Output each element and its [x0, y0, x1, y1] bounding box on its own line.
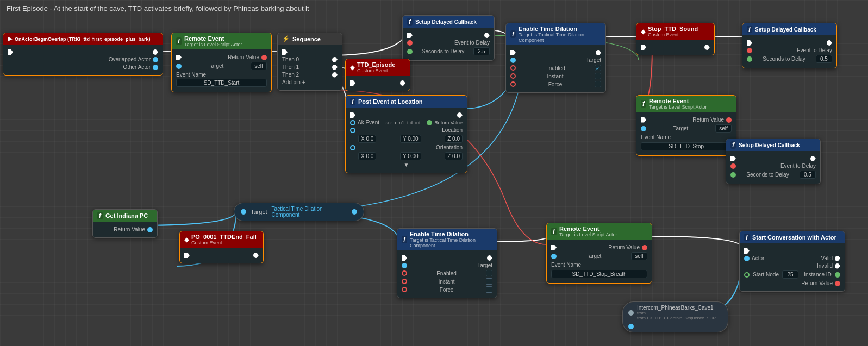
- target-value: self: [251, 62, 267, 70]
- then2-pin: [332, 72, 338, 78]
- ak-event-value: scr_em1_ttd_int...: [386, 120, 425, 125]
- exec-out-pin: [810, 156, 816, 161]
- location-label: Location: [442, 127, 463, 133]
- event-to-delay-label: Event to Delay: [454, 40, 490, 46]
- return-pin: [835, 281, 840, 286]
- event-name-label: Event Name: [176, 72, 206, 78]
- enabled-pin: [402, 270, 407, 276]
- event-name-label: Event Name: [641, 134, 671, 140]
- exec-out-pin: [704, 45, 710, 50]
- valid-pin: [835, 256, 840, 261]
- event-delay-pin: [730, 163, 736, 169]
- node-title: Get Indiana PC: [105, 212, 148, 219]
- target-pin: [402, 263, 407, 268]
- return-value-label: Return Value: [692, 117, 724, 123]
- setup-delayed-top-right-node: f Setup Delayed Callback Event to Delay …: [742, 23, 837, 68]
- right-pin: [352, 209, 357, 215]
- target-label: Target: [209, 63, 224, 69]
- node-title: Setup Delayed Callback: [755, 27, 816, 33]
- return-value-label: Return Value: [228, 54, 259, 60]
- exec-out-pin: [827, 40, 832, 46]
- node-title: Stop_TTD_Sound: [648, 26, 698, 32]
- actor-pin: [744, 256, 750, 261]
- exec-out-pin: [487, 255, 492, 261]
- exec-in-pin: [350, 112, 355, 118]
- intercom-subtitle: from EX_0013_Captain_Sequence_SCR: [637, 316, 716, 320]
- post-event-at-location-node: f Post Event at Location Ak Event scr_em…: [345, 95, 467, 173]
- event-name-label: Event Name: [551, 262, 581, 268]
- node-subtitle: Target is Tactical Time Dilation Compone…: [410, 237, 492, 248]
- enabled-label: Enabled: [436, 270, 457, 276]
- loc-x: X 0.0: [358, 135, 376, 143]
- seconds-label: Seconds to Delay: [763, 56, 805, 62]
- then2-label: Then 2: [282, 72, 299, 78]
- diamond-icon: ◆: [350, 64, 354, 71]
- target-label: Target: [586, 253, 602, 259]
- orientation-pin: [350, 145, 355, 150]
- invalid-label: Invalid: [817, 263, 833, 269]
- enabled-pin: [510, 65, 516, 71]
- node-title: Post Event at Location: [358, 98, 423, 105]
- start-node-value: 25: [782, 270, 798, 279]
- intercom-title: Intercom_PhineasBarks_Cave1: [637, 305, 716, 311]
- seconds-value: 0.5: [816, 55, 832, 63]
- node-subtitle: Target is Level Script Actor: [649, 104, 707, 110]
- event-to-delay-label: Event to Delay: [780, 163, 816, 169]
- target-component-node: Target Tactical Time Dilation Component: [234, 203, 364, 221]
- sequence-icon: ⚡: [282, 35, 290, 42]
- instant-pin: [510, 73, 516, 79]
- seconds-pin: [407, 49, 413, 54]
- exec-in-pin: [407, 33, 413, 38]
- ak-event-label: Ak Event: [358, 119, 379, 125]
- exec-in-pin: [402, 255, 407, 261]
- seconds-pin: [730, 172, 736, 178]
- target-pin: [510, 58, 516, 63]
- valid-label: Valid: [821, 255, 833, 261]
- loc-z: Z 0.0: [445, 135, 463, 143]
- node-title: Sequence: [292, 36, 321, 42]
- target-label: Target: [477, 262, 492, 268]
- intercom-subtitle-from: from: [637, 311, 716, 316]
- enable-time-dilation-1-node: f Enable Time Dilation Target is Tactica…: [505, 23, 606, 93]
- instant-label: Instant: [438, 279, 454, 285]
- event-name-value: SD_TTD_Start: [176, 79, 267, 87]
- node-title: Remote Event: [649, 98, 689, 104]
- return-pin: [147, 227, 153, 232]
- force-pin: [402, 287, 407, 292]
- stop-ttd-sound-node: ◆ Stop_TTD_Sound Custom Event: [636, 23, 715, 55]
- orientation-label: Orientation: [436, 144, 463, 150]
- node-title: Setup Delayed Callback: [739, 142, 800, 148]
- seconds-label: Seconds to Delay: [422, 48, 464, 54]
- add-pin-label[interactable]: Add pin +: [282, 79, 305, 85]
- func-icon: f: [744, 234, 750, 241]
- seconds-value: 0.5: [800, 171, 816, 179]
- exec-in-pin: [176, 55, 182, 60]
- on-actor-begin-overlap-node: ▶ OnActorBeginOverlap (TRIG_ttd_first_ep…: [3, 33, 163, 76]
- remote-event-2-node: f Remote Event Target is Level Script Ac…: [636, 95, 736, 156]
- node-subtitle: Custom Event: [191, 240, 257, 246]
- ori-z: Z 0.0: [445, 152, 463, 160]
- ttd-episode-node: ◆ TTD_Episode Custom Event: [345, 59, 410, 91]
- node-title: Enable Time Dilation: [410, 231, 469, 237]
- enabled-checkbox: [486, 270, 492, 276]
- func-icon: f: [350, 98, 355, 105]
- other-actor-pin: [153, 65, 158, 70]
- instant-label: Instant: [547, 73, 563, 79]
- exec-in-pin: [641, 45, 646, 50]
- left-pin: [241, 209, 246, 215]
- exec-in-pin: [8, 49, 13, 55]
- return-pin: [642, 245, 647, 250]
- node-title: Remote Event: [184, 35, 224, 42]
- setup-delayed-mid-right-node: f Setup Delayed Callback Event to Delay …: [726, 139, 821, 184]
- then1-pin: [332, 65, 338, 70]
- func-icon: f: [551, 228, 557, 235]
- enable-time-dilation-2-node: f Enable Time Dilation Target is Tactica…: [397, 228, 497, 298]
- func-icon: f: [176, 37, 182, 45]
- diamond-icon: ◆: [641, 28, 645, 35]
- instance-id-label: Instance ID: [804, 272, 832, 278]
- node-title: Start Conversation with Actor: [752, 234, 836, 241]
- node-title: PO_0001_TTDEnd_Fall: [191, 234, 257, 240]
- target-pin: [641, 126, 646, 131]
- start-node-pin: [744, 272, 750, 278]
- po-0001-ttdend-fall-node: ◆ PO_0001_TTDEnd_Fall Custom Event: [179, 231, 264, 263]
